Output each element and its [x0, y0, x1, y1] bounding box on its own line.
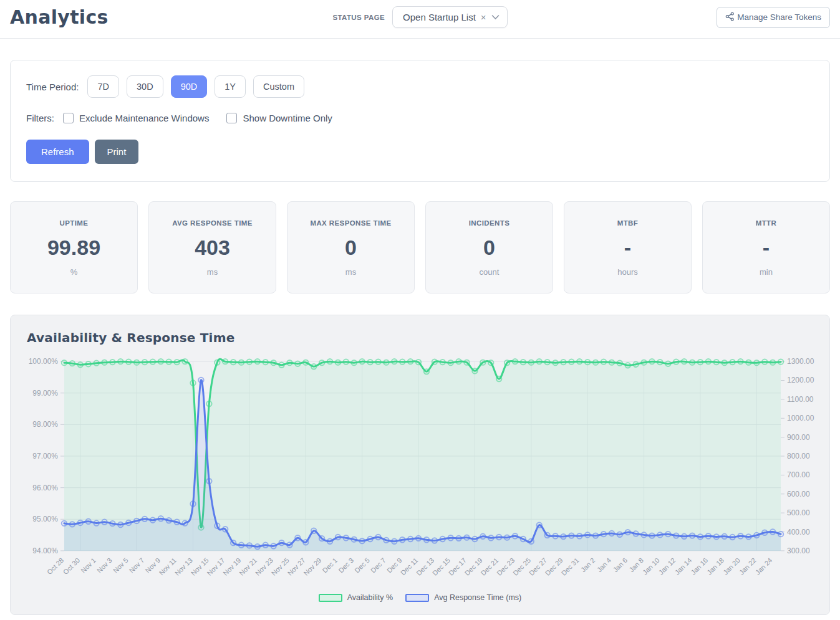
clear-selection-icon[interactable]: ×	[480, 12, 487, 22]
svg-text:300.00: 300.00	[787, 546, 810, 555]
stat-value: 99.89	[16, 236, 132, 260]
svg-text:Jan 2: Jan 2	[579, 556, 596, 573]
filters-label: Filters:	[26, 113, 54, 123]
svg-text:95.00%: 95.00%	[32, 515, 58, 523]
svg-text:Oct 30: Oct 30	[62, 556, 81, 576]
svg-text:98.00%: 98.00%	[32, 420, 58, 429]
svg-text:500.00: 500.00	[787, 508, 810, 517]
svg-text:97.00%: 97.00%	[32, 452, 58, 460]
show-downtime-checkbox[interactable]	[226, 113, 237, 123]
header: Analytics STATUS PAGE Open Startup List …	[0, 0, 840, 39]
stat-label: INCIDENTS	[431, 219, 548, 227]
svg-text:Nov 1: Nov 1	[79, 556, 97, 575]
svg-text:94.00%: 94.00%	[32, 546, 58, 555]
stat-unit: %	[16, 267, 132, 277]
chart-title: Availability & Response Time	[27, 330, 819, 345]
svg-text:Nov 7: Nov 7	[128, 556, 146, 575]
chart-legend: Availability % Avg Response Time (ms)	[21, 592, 819, 607]
chart-panel: Availability & Response Time 100.00%99.0…	[10, 315, 830, 615]
svg-text:1300.00: 1300.00	[787, 357, 814, 366]
svg-text:1100.00: 1100.00	[787, 395, 814, 404]
status-page-select[interactable]: Open Startup List ×	[392, 6, 508, 28]
stat-label: MTBF	[569, 219, 686, 227]
status-page-selected-value: Open Startup List	[403, 12, 476, 22]
page-title: Analytics	[10, 6, 332, 28]
svg-text:Jan 24: Jan 24	[754, 556, 774, 576]
stat-value: 0	[292, 236, 409, 260]
legend-label: Availability %	[347, 593, 393, 602]
stat-card-avg-response: AVG RESPONSE TIME 403 ms	[148, 201, 276, 293]
availability-response-chart: 100.00%99.00%98.00%97.00%96.00%95.00%94.…	[21, 348, 819, 592]
period-button-custom[interactable]: Custom	[253, 75, 304, 98]
svg-text:Jan 20: Jan 20	[722, 556, 741, 576]
stat-card-incidents: INCIDENTS 0 count	[425, 201, 553, 293]
stat-unit: hours	[569, 267, 686, 277]
svg-text:Dec 1: Dec 1	[321, 556, 339, 575]
svg-text:99.00%: 99.00%	[32, 389, 58, 398]
stat-card-uptime: UPTIME 99.89 %	[10, 201, 138, 293]
svg-text:1200.00: 1200.00	[787, 376, 814, 385]
period-button-1y[interactable]: 1Y	[215, 75, 246, 98]
stat-unit: min	[708, 267, 824, 277]
stat-card-mttr: MTTR - min	[702, 201, 830, 293]
svg-text:700.00: 700.00	[787, 470, 810, 479]
stat-label: MAX RESPONSE TIME	[292, 219, 409, 227]
period-button-30d[interactable]: 30D	[127, 75, 163, 98]
legend-item-response-time[interactable]: Avg Response Time (ms)	[405, 593, 521, 602]
stat-value: 403	[154, 236, 271, 260]
time-period-button-group: 7D 30D 90D 1Y Custom	[87, 75, 304, 98]
svg-text:Dec 3: Dec 3	[337, 556, 355, 575]
availability-swatch	[319, 594, 342, 602]
svg-text:1000.00: 1000.00	[787, 414, 814, 422]
exclude-maintenance-label: Exclude Maintenance Windows	[79, 113, 209, 123]
stat-value: -	[569, 236, 686, 260]
svg-text:Jan 16: Jan 16	[689, 556, 709, 576]
svg-text:Jan 14: Jan 14	[673, 556, 693, 576]
period-button-7d[interactable]: 7D	[87, 75, 119, 98]
manage-share-tokens-label: Manage Share Tokens	[737, 12, 821, 22]
exclude-maintenance-checkbox[interactable]	[63, 113, 74, 123]
stat-label: AVG RESPONSE TIME	[154, 219, 271, 227]
svg-text:600.00: 600.00	[787, 490, 810, 498]
stat-unit: count	[431, 267, 548, 277]
svg-text:900.00: 900.00	[787, 433, 810, 442]
svg-text:400.00: 400.00	[787, 528, 810, 537]
manage-share-tokens-button[interactable]: Manage Share Tokens	[717, 7, 830, 28]
response-time-swatch	[405, 594, 429, 602]
svg-text:Nov 29: Nov 29	[302, 556, 322, 577]
stats-row: UPTIME 99.89 % AVG RESPONSE TIME 403 ms …	[10, 201, 830, 293]
svg-text:100.00%: 100.00%	[29, 357, 59, 366]
svg-text:Nov 3: Nov 3	[95, 556, 113, 575]
stat-label: MTTR	[708, 219, 824, 227]
period-button-90d[interactable]: 90D	[171, 75, 208, 98]
svg-text:Nov 5: Nov 5	[112, 556, 130, 575]
svg-text:Oct 28: Oct 28	[46, 556, 65, 576]
show-downtime-checkbox-group[interactable]: Show Downtime Only	[226, 113, 332, 123]
svg-text:96.00%: 96.00%	[32, 484, 58, 492]
svg-text:Jan 6: Jan 6	[612, 556, 629, 573]
svg-text:Dec 31: Dec 31	[560, 556, 581, 577]
legend-item-availability[interactable]: Availability %	[319, 593, 393, 602]
stat-unit: ms	[292, 267, 409, 277]
status-page-label: STATUS PAGE	[332, 14, 385, 21]
share-icon	[725, 12, 735, 23]
legend-label: Avg Response Time (ms)	[434, 593, 521, 602]
refresh-button[interactable]: Refresh	[26, 140, 89, 164]
print-button[interactable]: Print	[95, 140, 139, 164]
svg-text:Jan 10: Jan 10	[641, 556, 661, 576]
stat-unit: ms	[154, 267, 271, 277]
svg-text:Jan 22: Jan 22	[738, 556, 758, 576]
stat-card-max-response: MAX RESPONSE TIME 0 ms	[287, 201, 415, 293]
exclude-maintenance-checkbox-group[interactable]: Exclude Maintenance Windows	[63, 113, 209, 123]
time-period-label: Time Period:	[26, 82, 79, 92]
stat-card-mtbf: MTBF - hours	[564, 201, 692, 293]
filter-panel: Time Period: 7D 30D 90D 1Y Custom Filter…	[10, 60, 830, 182]
chevron-down-icon[interactable]	[491, 14, 500, 20]
stat-value: 0	[431, 236, 548, 260]
svg-text:Jan 18: Jan 18	[705, 556, 725, 576]
svg-text:Dec 5: Dec 5	[353, 556, 371, 575]
svg-text:800.00: 800.00	[787, 452, 810, 460]
show-downtime-label: Show Downtime Only	[243, 113, 332, 123]
stat-value: -	[708, 236, 824, 260]
stat-label: UPTIME	[16, 219, 132, 227]
